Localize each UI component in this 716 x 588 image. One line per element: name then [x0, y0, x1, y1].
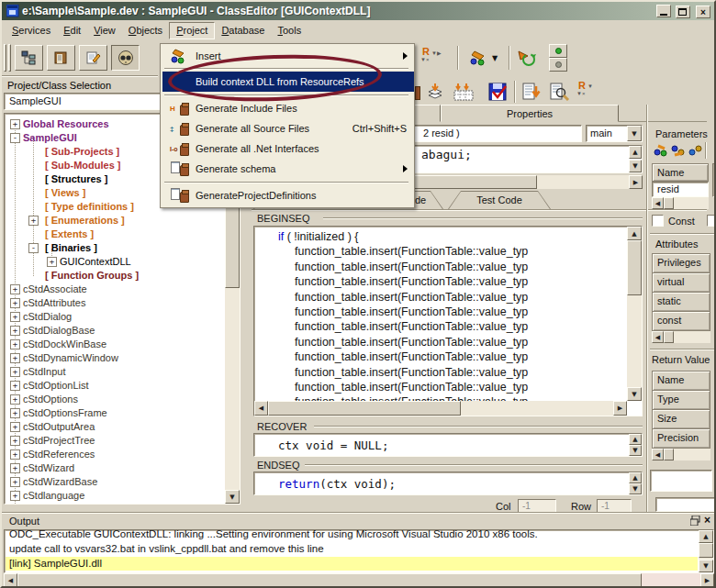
scroll-right-button[interactable]: ▶ [700, 573, 714, 587]
output-splitter[interactable] [2, 512, 714, 514]
scrollbar-thumb[interactable] [268, 401, 461, 416]
insert-button[interactable] [464, 46, 492, 70]
return-value-field[interactable] [650, 470, 712, 492]
generate-stack-button[interactable] [424, 81, 446, 103]
attr-hscrollbar[interactable]: ◀ [652, 331, 710, 343]
tree-item-label[interactable]: [ Sub-Projects ] [45, 145, 119, 159]
tree-row[interactable]: +cStdOptions [5, 393, 223, 406]
tree-expander[interactable]: + [10, 326, 20, 336]
tree-expander[interactable]: + [10, 353, 20, 363]
tree-item-label[interactable]: cStdOptions [23, 393, 78, 406]
const-checkbox[interactable] [652, 215, 664, 227]
tree-item-label[interactable]: cStdReferences [23, 448, 95, 461]
tree-item-label[interactable]: [ Function Groups ] [45, 269, 139, 283]
scroll-right-button[interactable]: ▶ [613, 401, 627, 416]
tree-item-label[interactable]: [ Binaries ] [45, 241, 97, 255]
ret-size-cell[interactable]: Size [652, 409, 710, 429]
tree-item-label[interactable]: cStdWizard [23, 461, 74, 475]
menu-item-generate-include-files[interactable]: H Generate Include Files [162, 98, 414, 118]
tree-item-label[interactable]: GUIContextDLL [60, 255, 131, 269]
menu-project[interactable]: Project [169, 22, 215, 39]
tree-item-label[interactable]: cStdProjectTree [23, 434, 95, 448]
output-close-icon[interactable]: × [704, 514, 710, 527]
tree-row[interactable]: +cStdAssociate [5, 283, 223, 296]
tree-expander[interactable]: + [10, 394, 20, 405]
scope-combo[interactable]: main ▼ [586, 125, 643, 142]
tree-expander[interactable]: + [10, 491, 20, 501]
tree-expander[interactable]: - [28, 243, 39, 253]
tree-item-label[interactable]: cStdOptionList [23, 379, 89, 393]
tree-row[interactable]: +cStdDialog [5, 310, 223, 324]
doc-export-button[interactable] [520, 81, 542, 103]
minimize-button[interactable] [656, 5, 671, 17]
tree-expander[interactable]: - [10, 133, 20, 143]
scroll-up-button[interactable]: ▲ [699, 530, 713, 543]
scroll-down-button[interactable]: ▼ [629, 160, 642, 172]
clipped-checkbox[interactable] [707, 215, 716, 227]
tree-item-label[interactable]: [ Enumerations ] [45, 214, 125, 227]
tree-row[interactable]: -[ Binaries ] [5, 241, 223, 255]
tree-expander[interactable]: + [10, 284, 20, 294]
tree-item-label[interactable]: cStdWizardBase [23, 475, 97, 489]
tree-item-label[interactable]: cStdDialog [23, 310, 72, 324]
tree-row[interactable]: +cStdWizardBase [5, 475, 223, 489]
tree-item-label[interactable]: cStdAttributes [23, 296, 85, 310]
tree-row[interactable]: +cStdDialogBase [5, 324, 223, 338]
edit-button[interactable] [79, 45, 107, 71]
panel-splitter[interactable] [646, 105, 648, 512]
output-line[interactable]: update call to vsvars32.bat in vslink_cp… [6, 542, 698, 556]
combo-dropdown-button[interactable]: ▼ [627, 126, 642, 141]
scroll-left-button[interactable]: ◀ [652, 449, 664, 460]
endseq-editor[interactable]: return(ctx void); ▲ ▼ [253, 472, 643, 495]
build-run-button[interactable] [514, 46, 540, 70]
insert-dropdown-arrow[interactable]: ▼ [492, 51, 505, 64]
scrollbar-thumb[interactable] [664, 197, 674, 209]
scroll-up-button[interactable]: ▲ [629, 472, 642, 483]
tree-item-label[interactable]: cStdAssociate [23, 283, 87, 296]
return-value-field-2[interactable] [655, 497, 716, 512]
menu-objects[interactable]: Objects [122, 23, 169, 39]
tree-expander[interactable]: + [10, 408, 20, 418]
scroll-up-button[interactable]: ▲ [629, 146, 642, 159]
tree-expander[interactable]: + [28, 216, 39, 226]
view-button[interactable] [111, 45, 140, 71]
tree-expander[interactable]: + [10, 477, 20, 487]
tree-item-label[interactable]: [ Extents ] [45, 227, 94, 241]
tree-row[interactable]: +cStdAttributes [5, 296, 223, 310]
book-button[interactable] [47, 45, 75, 71]
tree-row[interactable]: +cStdConfigurationWizard [5, 503, 223, 505]
tree-item-label[interactable]: Global Resources [23, 117, 109, 131]
tree-item-label[interactable]: cStdDynamicWindow [23, 351, 118, 365]
tree-item-label[interactable]: cStdOutputArea [23, 420, 95, 434]
menu-item-generate-all-source-files[interactable]: ‡ Generate all Source Files Ctrl+Shift+S [162, 118, 414, 139]
recover-editor[interactable]: ctx void = NULL; ▲ ▼ [253, 433, 643, 457]
tree-item-label[interactable]: [ Structures ] [45, 172, 107, 186]
tree-row[interactable]: +[ Enumerations ] [5, 214, 223, 227]
tree-row[interactable]: +GUIContextDLL [5, 255, 223, 269]
tree-item-label[interactable]: cStdDockWinBase [23, 338, 106, 351]
resource-refs-button[interactable]: R▼▶▼× [420, 48, 446, 70]
attr-virtual-cell[interactable]: virtual [652, 272, 710, 293]
param-name-value[interactable]: resid [652, 182, 709, 197]
doc-search-button[interactable] [547, 81, 571, 103]
tree-item-label[interactable]: [ Type definitions ] [45, 200, 134, 214]
attr-const-cell[interactable]: const [652, 311, 710, 331]
scrollbar-thumb[interactable] [627, 240, 642, 295]
tab-properties[interactable]: Properties [441, 105, 619, 122]
insert-parameter-button[interactable] [671, 144, 685, 159]
output-line-highlighted[interactable]: [link] SampleGUI.dll [6, 557, 698, 571]
scroll-up-button[interactable]: ▲ [629, 434, 642, 445]
scroll-left-button[interactable]: ◀ [4, 573, 17, 587]
tree-expander[interactable]: + [10, 463, 20, 473]
menu-item-generate-schema[interactable]: Generate schema [162, 159, 414, 179]
param-hscrollbar[interactable]: ◀ [652, 197, 709, 209]
menu-tools[interactable]: Tools [271, 23, 308, 39]
scroll-left-button[interactable]: ◀ [254, 401, 268, 416]
tree-expander[interactable]: + [10, 339, 20, 349]
toolbar-grip[interactable] [4, 44, 6, 72]
tree-row[interactable]: +cStdlanguage [5, 489, 223, 503]
ret-precision-cell[interactable]: Precision [652, 428, 710, 449]
tree-row[interactable]: +cStdWizard [5, 461, 223, 475]
tree-item-label[interactable]: [ Sub-Modules ] [45, 159, 121, 172]
scroll-down-button[interactable]: ▼ [629, 445, 642, 456]
